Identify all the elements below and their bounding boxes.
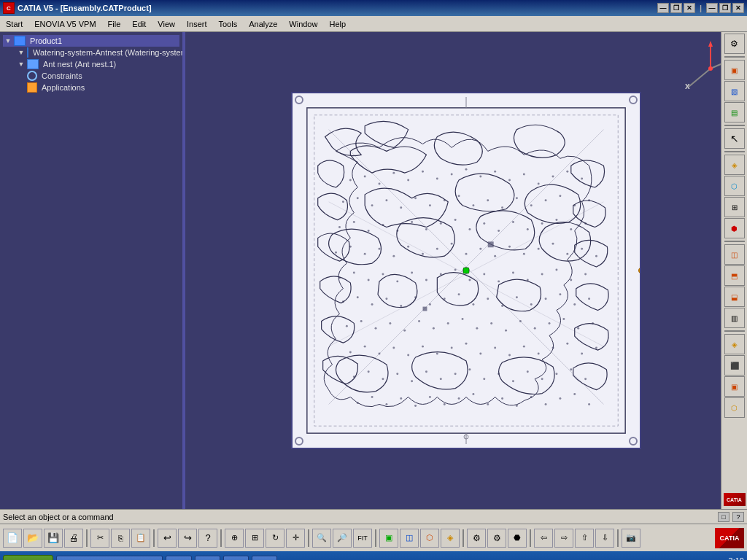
toolbar-btn-4[interactable]: ◈	[724, 155, 745, 175]
menu-tools[interactable]: Tools	[212, 16, 243, 31]
menu-analyze[interactable]: Analyze	[243, 16, 283, 31]
toolbar-btn-15[interactable]: ⬡	[724, 397, 745, 418]
taskbar-app-3[interactable]: ⬛	[223, 556, 249, 560]
btn-paste[interactable]: 📋	[131, 529, 150, 548]
taskbar-app-catia[interactable]: C Ensambly.CATProduct	[56, 556, 163, 560]
svg-point-87	[382, 273, 384, 275]
btn-camera[interactable]: 📷	[622, 529, 640, 548]
svg-point-90	[425, 279, 427, 281]
system-clock[interactable]: 3:19 20/10/2015	[704, 556, 744, 560]
inner-close-button[interactable]: ✕	[732, 3, 744, 13]
btn-print[interactable]: 🖨	[64, 529, 83, 548]
btn-rotate[interactable]: ↻	[266, 529, 285, 548]
btn-box4[interactable]: ◈	[441, 529, 460, 548]
inner-restore-button[interactable]: ❐	[719, 3, 731, 13]
btn-arrow2[interactable]: ⇨	[554, 529, 573, 548]
menu-insert[interactable]: Insert	[181, 16, 213, 31]
taskbar-app-chrome[interactable]: 🌐	[195, 556, 220, 560]
toolbar-btn-9[interactable]: ⬒	[724, 265, 745, 286]
clock-time: 3:19	[704, 556, 744, 560]
taskbar-app-4[interactable]: 🎨	[252, 556, 277, 560]
svg-point-115	[530, 303, 533, 306]
tree-item-applications[interactable]: Applications	[3, 82, 179, 93]
svg-point-116	[545, 298, 547, 300]
btn-zoom-in[interactable]: 🔍	[312, 529, 331, 548]
btn-arrow4[interactable]: ⇩	[595, 529, 614, 548]
menu-enovia[interactable]: ENOVIA V5 VPM	[28, 16, 101, 31]
toolbar-btn-6[interactable]: ⊞	[724, 197, 745, 217]
btn-box2[interactable]: ◫	[400, 529, 419, 548]
toolbar-btn-1[interactable]: ▣	[724, 60, 745, 80]
menu-start[interactable]: Start	[0, 16, 28, 31]
tree-item-product1[interactable]: ▼ Product1	[3, 35, 179, 47]
svg-point-68	[379, 248, 381, 250]
inner-minimize-button[interactable]: —	[706, 3, 718, 13]
btn-box3[interactable]: ⬡	[420, 529, 439, 548]
expand-icon-antnest[interactable]: ▼	[18, 61, 25, 68]
canvas-area[interactable]: y x z	[185, 32, 747, 509]
tree-item-constraints[interactable]: Constraints	[3, 70, 179, 82]
btn-cut[interactable]: ✂	[90, 529, 109, 548]
btn-copy[interactable]: ⎘	[111, 529, 130, 548]
btn-move[interactable]: ✛	[286, 529, 305, 548]
toolbar-btn-8[interactable]: ◫	[724, 244, 745, 265]
status-help-btn[interactable]: ?	[732, 512, 744, 522]
menu-help[interactable]: Help	[323, 16, 352, 31]
btn-open[interactable]: 📂	[23, 529, 42, 548]
taskbar-app-explorer[interactable]: 🗂	[166, 556, 192, 560]
menu-file[interactable]: File	[102, 16, 127, 31]
menu-edit[interactable]: Edit	[126, 16, 152, 31]
btn-gear2[interactable]: ⚙	[487, 529, 506, 548]
menu-view[interactable]: View	[152, 16, 181, 31]
close-button[interactable]: ✕	[684, 3, 695, 13]
svg-point-104	[371, 303, 374, 306]
btn-settings[interactable]: ⚙	[467, 529, 486, 548]
btn-align[interactable]: ⊞	[245, 529, 264, 548]
start-button[interactable]: ⊞ Inicio	[3, 555, 53, 560]
drawing-viewport[interactable]	[291, 92, 641, 449]
svg-point-52	[411, 221, 413, 223]
toolbar-btn-7[interactable]: ⬢	[724, 218, 745, 238]
expand-icon[interactable]: ▼	[4, 37, 12, 44]
svg-point-8	[708, 66, 713, 71]
btn-arrow1[interactable]: ⇦	[534, 529, 553, 548]
menu-window[interactable]: Window	[283, 16, 323, 31]
svg-point-57	[483, 222, 485, 225]
btn-snap[interactable]: ⊕	[225, 529, 244, 548]
restore-button[interactable]: ❐	[670, 3, 682, 13]
minimize-button[interactable]: —	[657, 3, 669, 13]
svg-point-80	[552, 243, 554, 245]
svg-point-95	[498, 280, 500, 282]
btn-box1[interactable]: ▣	[379, 529, 398, 548]
svg-point-14	[379, 183, 381, 185]
tree-item-antnest[interactable]: ▼ Ant nest (Ant nest.1)	[3, 58, 179, 70]
toolbar-btn-3[interactable]: ▤	[724, 102, 745, 122]
toolbar-btn-2[interactable]: ▧	[724, 81, 745, 101]
btn-save[interactable]: 💾	[44, 529, 63, 548]
svg-point-165	[483, 378, 485, 380]
toolbar-btn-settings[interactable]: ⚙	[724, 34, 745, 54]
btn-zoom-out[interactable]: 🔎	[333, 529, 352, 548]
btn-help[interactable]: ?	[198, 529, 217, 548]
bt-sep5	[375, 529, 376, 547]
btn-arrow3[interactable]: ⇧	[575, 529, 594, 548]
tree-item-watering[interactable]: ▼ Watering-system-Antnest (Watering-syst…	[3, 47, 179, 58]
toolbar-btn-cursor[interactable]: ↖	[724, 128, 745, 149]
btn-new[interactable]: 📄	[3, 529, 22, 548]
toolbar-btn-5[interactable]: ⬡	[724, 176, 745, 196]
btn-undo[interactable]: ↩	[158, 529, 177, 548]
expand-icon-watering[interactable]: ▼	[18, 49, 25, 56]
toolbar-btn-13[interactable]: ⬛	[724, 355, 745, 376]
svg-point-25	[538, 183, 540, 185]
svg-point-82	[581, 248, 583, 250]
app-title: CATIA V5 - [Ensambly.CATProduct]	[18, 4, 152, 12]
btn-redo[interactable]: ↪	[178, 529, 197, 548]
toolbar-btn-12[interactable]: ◈	[724, 334, 745, 354]
toolbar-btn-11[interactable]: ▥	[724, 308, 745, 328]
toolbar-btn-10[interactable]: ⬓	[724, 287, 745, 307]
btn-analyze[interactable]: ⬣	[508, 529, 527, 548]
btn-fit[interactable]: FIT	[353, 529, 372, 548]
status-resize-btn[interactable]: □	[718, 512, 729, 522]
toolbar-btn-14[interactable]: ▣	[724, 376, 745, 397]
svg-point-112	[487, 298, 489, 300]
